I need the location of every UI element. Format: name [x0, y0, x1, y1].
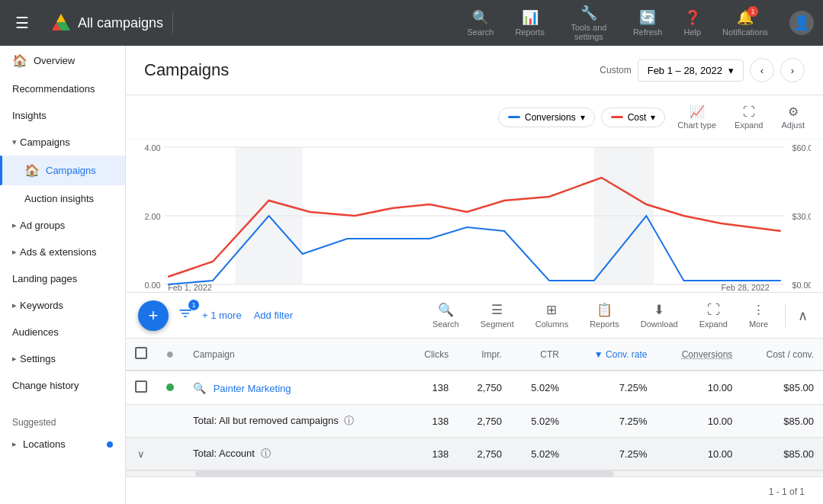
svg-text:2.00: 2.00	[144, 212, 160, 221]
th-conversions[interactable]: Conversions	[657, 339, 742, 371]
add-button[interactable]: +	[138, 300, 169, 331]
date-range-control: Custom Feb 1 – 28, 2022 ▾ ‹ ›	[600, 58, 805, 82]
th-checkbox	[126, 339, 156, 371]
chart-wrapper: 4.00 2.00 0.00 $60.00 $30.00 $0.00 Feb 1…	[126, 140, 823, 292]
nav-reports[interactable]: 📊 Reports	[506, 5, 554, 41]
th-impr[interactable]: Impr.	[458, 339, 511, 371]
cost-label: Cost	[628, 112, 647, 123]
row-impr: 2,750	[458, 371, 511, 405]
filter-badge-area: 1	[175, 303, 196, 328]
collapse-chart-button[interactable]: ∧	[795, 304, 811, 327]
page-header: Campaigns Custom Feb 1 – 28, 2022 ▾ ‹ ›	[126, 46, 823, 95]
nav-help[interactable]: ❓ Help	[674, 5, 710, 41]
add-filter-button[interactable]: Add filter	[254, 310, 293, 321]
notification-icon: 🔔 1	[737, 9, 754, 26]
sidebar-item-insights[interactable]: Insights	[0, 102, 125, 129]
sidebar-group-ad-groups[interactable]: ▸ Ad groups	[0, 212, 125, 239]
nav-actions: 🔍 Search 📊 Reports 🔧 Tools and settings …	[458, 0, 777, 46]
select-all-checkbox[interactable]	[135, 347, 147, 359]
chart-type-button[interactable]: 📈 Chart type	[671, 101, 722, 133]
refresh-icon: 🔄	[639, 9, 656, 26]
row-select-checkbox[interactable]	[135, 380, 147, 393]
pagination-label: 1 - 1 of 1	[769, 486, 805, 497]
th-status: ●	[156, 339, 184, 371]
more-filters-label[interactable]: + 1 more	[202, 310, 242, 321]
table-header-row: ● Campaign Clicks Impr. CTR ▼	[126, 339, 823, 371]
th-ctr[interactable]: CTR	[511, 339, 568, 371]
sidebar-group-campaigns[interactable]: ▾ Campaigns	[0, 129, 125, 156]
toolbar-reports-button[interactable]: 📋 Reports	[582, 299, 627, 332]
account-status-cell	[156, 438, 184, 470]
chart-controls: Conversions ▾ Cost ▾ 📈 Chart type ⛶ Expa…	[126, 95, 823, 140]
plus-icon: +	[149, 306, 159, 326]
campaigns-home-icon: 🏠	[24, 163, 40, 178]
total-all-cost-conv: $85.00	[741, 405, 823, 438]
tools-icon: 🔧	[580, 5, 597, 21]
account-expand-button[interactable]: ∨	[137, 448, 145, 460]
sidebar-group-settings[interactable]: ▸ Settings	[0, 345, 125, 372]
sidebar-item-landing-pages[interactable]: Landing pages	[0, 265, 125, 292]
total-all-conv-rate: 7.25%	[568, 405, 657, 438]
date-prev-button[interactable]: ‹	[750, 58, 774, 82]
total-all-conversions: 10.00	[657, 405, 742, 438]
sidebar-item-recommendations[interactable]: Recommendations	[0, 75, 125, 102]
filter-count-badge: 1	[188, 300, 199, 310]
total-row-all: Total: All but removed campaigns ⓘ 138 2…	[126, 405, 823, 438]
download-icon: ⬇	[654, 302, 664, 318]
total-account-ctr: 5.02%	[511, 438, 568, 470]
toolbar-download-button[interactable]: ⬇ Download	[633, 299, 686, 332]
account-info-icon[interactable]: ⓘ	[261, 448, 271, 459]
th-cost-conv[interactable]: Cost / conv.	[741, 339, 823, 371]
sidebar-item-locations[interactable]: ▸ Locations	[0, 431, 125, 457]
toolbar-expand-button[interactable]: ⛶ Expand	[692, 300, 735, 332]
help-icon: ❓	[684, 9, 701, 26]
home-icon: 🏠	[12, 53, 27, 68]
nav-search[interactable]: 🔍 Search	[458, 5, 503, 41]
row-checkbox[interactable]	[126, 371, 156, 405]
menu-icon[interactable]: ☰	[9, 8, 35, 38]
total-account-conv-rate: 7.25%	[568, 438, 657, 470]
row-conversions: 10.00	[657, 371, 742, 405]
user-avatar[interactable]: 👤	[789, 11, 814, 35]
chart-adjust-button[interactable]: ⚙ Adjust	[775, 101, 811, 133]
total-all-label-cell: Total: All but removed campaigns ⓘ	[184, 405, 405, 438]
toolbar-segment-button[interactable]: ☰ Segment	[473, 299, 522, 332]
sidebar-group-ads-extensions[interactable]: ▸ Ads & extensions	[0, 239, 125, 265]
sidebar-item-campaigns[interactable]: 🏠 Campaigns	[0, 156, 125, 185]
th-conv-rate[interactable]: ▼ Conv. rate	[568, 339, 657, 371]
toolbar-search-button[interactable]: 🔍 Search	[425, 299, 467, 332]
nav-tools[interactable]: 🔧 Tools and settings	[557, 0, 621, 46]
svg-text:$30.00: $30.00	[792, 212, 812, 221]
sidebar-item-audiences[interactable]: Audiences	[0, 319, 125, 345]
campaign-link[interactable]: 🔍 Painter Marketing	[193, 383, 291, 394]
th-clicks[interactable]: Clicks	[405, 339, 458, 371]
sidebar-item-change-history[interactable]: Change history	[0, 372, 125, 399]
campaigns-page-title: Campaigns	[144, 60, 587, 80]
row-clicks: 138	[405, 371, 458, 405]
status-circle-icon: ●	[166, 346, 175, 361]
date-next-button[interactable]: ›	[780, 58, 805, 82]
chevron-left-icon: ‹	[760, 65, 764, 76]
chart-expand-button[interactable]: ⛶ Expand	[728, 102, 769, 133]
date-picker-button[interactable]: Feb 1 – 28, 2022 ▾	[638, 59, 744, 82]
nav-notifications[interactable]: 🔔 1 Notifications	[713, 5, 777, 41]
total-checkbox-cell	[126, 405, 156, 438]
th-campaign[interactable]: Campaign	[184, 339, 405, 371]
toolbar-more-button[interactable]: ⋮ More	[741, 299, 776, 332]
sidebar-group-keywords[interactable]: ▸ Keywords	[0, 292, 125, 319]
conversions-color-indicator	[508, 116, 520, 118]
sidebar-item-auction-insights[interactable]: Auction insights	[0, 185, 125, 212]
total-info-icon[interactable]: ⓘ	[344, 415, 354, 426]
toolbar-columns-button[interactable]: ⊞ Columns	[528, 299, 576, 332]
total-all-impr: 2,750	[458, 405, 511, 438]
conversions-toggle-button[interactable]: Conversions ▾	[498, 108, 595, 127]
sidebar-item-overview[interactable]: 🏠 Overview	[0, 46, 125, 75]
date-range-label: Custom	[600, 65, 631, 75]
svg-rect-16	[594, 147, 654, 284]
horizontal-scrollbar[interactable]	[126, 470, 823, 477]
nav-refresh[interactable]: 🔄 Refresh	[624, 5, 672, 41]
conversions-label: Conversions	[525, 112, 576, 123]
row-status	[156, 371, 184, 405]
search-icon: 🔍	[438, 302, 454, 318]
cost-toggle-button[interactable]: Cost ▾	[601, 108, 666, 127]
